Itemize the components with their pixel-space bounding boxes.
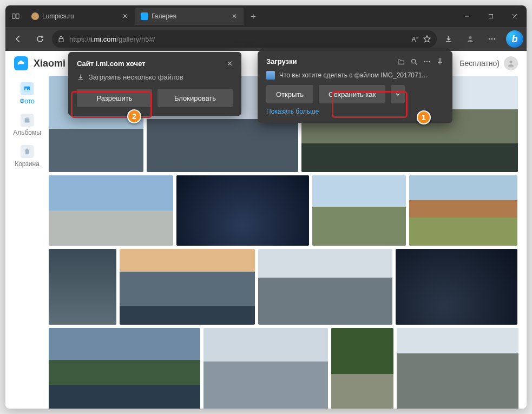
downloads-title: Загрузки <box>266 57 392 65</box>
close-icon[interactable]: ✕ <box>227 60 233 68</box>
read-aloud-icon[interactable]: A» <box>412 35 418 43</box>
svg-point-13 <box>25 88 27 89</box>
file-icon <box>266 71 275 80</box>
header-right-label: Бесплатно) <box>459 59 500 68</box>
download-file-line: Что вы хотите сделать с файлом IMG_20170… <box>279 71 427 79</box>
close-tab-icon[interactable]: ✕ <box>121 12 129 20</box>
profile-button[interactable] <box>461 29 480 49</box>
svg-point-16 <box>412 59 416 63</box>
tab-lumpics[interactable]: Lumpics.ru ✕ <box>26 8 134 25</box>
window-close-button[interactable] <box>503 5 527 27</box>
svg-rect-14 <box>25 119 30 123</box>
open-button[interactable]: Открыть <box>266 85 313 103</box>
address-bar[interactable]: https://i.mi.com/gallery/h5#/ A» <box>52 30 437 48</box>
avatar[interactable] <box>504 56 518 70</box>
block-button[interactable]: Блокировать <box>157 89 233 107</box>
refresh-button[interactable] <box>30 29 50 49</box>
url-text: https://i.mi.com/gallery/h5#/ <box>69 35 408 43</box>
permission-popup: Сайт i.mi.com хочет ✕ Загрузить нескольк… <box>68 52 241 116</box>
favicon-icon <box>141 12 148 20</box>
svg-point-19 <box>429 61 430 62</box>
photo-thumb[interactable] <box>397 328 518 409</box>
photo-thumb[interactable] <box>203 328 328 409</box>
tab-title: Lumpics.ru <box>42 12 118 20</box>
photo-icon <box>21 82 34 95</box>
window-minimize-button[interactable] <box>455 5 479 27</box>
svg-rect-0 <box>12 14 15 19</box>
photo-thumb[interactable] <box>49 175 173 246</box>
search-icon[interactable] <box>410 58 418 65</box>
save-as-button[interactable]: Сохранить как <box>319 85 385 103</box>
close-tab-icon[interactable]: ✕ <box>231 12 238 20</box>
pin-icon[interactable] <box>436 58 444 65</box>
album-icon <box>21 114 34 127</box>
svg-rect-1 <box>16 14 19 19</box>
svg-point-9 <box>491 38 493 40</box>
sidebar-item-albums[interactable]: Альбомы <box>13 114 41 136</box>
new-tab-button[interactable]: ＋ <box>245 11 262 22</box>
photo-thumb[interactable] <box>331 328 393 409</box>
photo-grid <box>49 76 527 409</box>
sidebar: Фото Альбомы Корзина <box>5 76 49 409</box>
sidebar-item-photos[interactable]: Фото <box>19 82 35 105</box>
svg-point-17 <box>424 61 425 62</box>
folder-icon[interactable] <box>397 58 405 65</box>
tab-title: Галерея <box>152 12 227 20</box>
downloads-button[interactable] <box>439 29 458 49</box>
photo-thumb[interactable] <box>396 249 517 325</box>
svg-rect-15 <box>25 117 29 119</box>
more-icon[interactable] <box>423 58 431 65</box>
photo-thumb[interactable] <box>120 249 255 325</box>
photo-thumb[interactable] <box>49 249 116 325</box>
xiaomi-cloud-logo-icon <box>14 56 28 70</box>
brand-text: Xiaomi <box>34 58 65 69</box>
sidebar-item-label: Фото <box>19 97 35 105</box>
window-maximize-button[interactable] <box>479 5 503 27</box>
allow-button[interactable]: Разрешить <box>77 89 152 107</box>
permission-request: Загрузить несколько файлов <box>89 73 183 81</box>
tab-actions-icon[interactable] <box>5 12 26 20</box>
lock-icon <box>57 35 65 43</box>
back-button[interactable] <box>9 29 28 49</box>
photo-thumb[interactable] <box>409 175 517 246</box>
permission-title: Сайт i.mi.com хочет <box>77 60 146 68</box>
photo-thumb[interactable] <box>49 328 200 409</box>
photo-thumb[interactable] <box>176 175 309 246</box>
callout-badge-2: 2 <box>127 109 141 123</box>
callout-badge-1: 1 <box>417 110 431 124</box>
favicon-icon <box>31 12 39 20</box>
trash-icon <box>21 145 34 158</box>
browser-toolbar: https://i.mi.com/gallery/h5#/ A» b <box>5 27 527 51</box>
sidebar-item-label: Альбомы <box>13 129 41 136</box>
svg-rect-3 <box>489 15 493 18</box>
photo-thumb[interactable] <box>312 175 406 246</box>
favorite-icon[interactable] <box>423 35 431 43</box>
tab-gallery[interactable]: Галерея ✕ <box>135 8 244 25</box>
svg-point-7 <box>469 36 472 39</box>
download-icon <box>77 74 84 81</box>
svg-point-18 <box>426 61 428 62</box>
bing-chat-button[interactable]: b <box>506 30 523 48</box>
photo-thumb[interactable] <box>258 249 392 325</box>
sidebar-item-trash[interactable]: Корзина <box>15 145 40 168</box>
more-button[interactable] <box>482 29 502 49</box>
titlebar: Lumpics.ru ✕ Галерея ✕ ＋ <box>5 5 527 27</box>
svg-point-8 <box>489 38 490 40</box>
sidebar-item-label: Корзина <box>15 160 40 168</box>
svg-rect-6 <box>59 38 63 42</box>
svg-point-10 <box>494 38 496 40</box>
svg-point-11 <box>510 61 513 63</box>
save-as-chevron[interactable] <box>391 85 405 103</box>
